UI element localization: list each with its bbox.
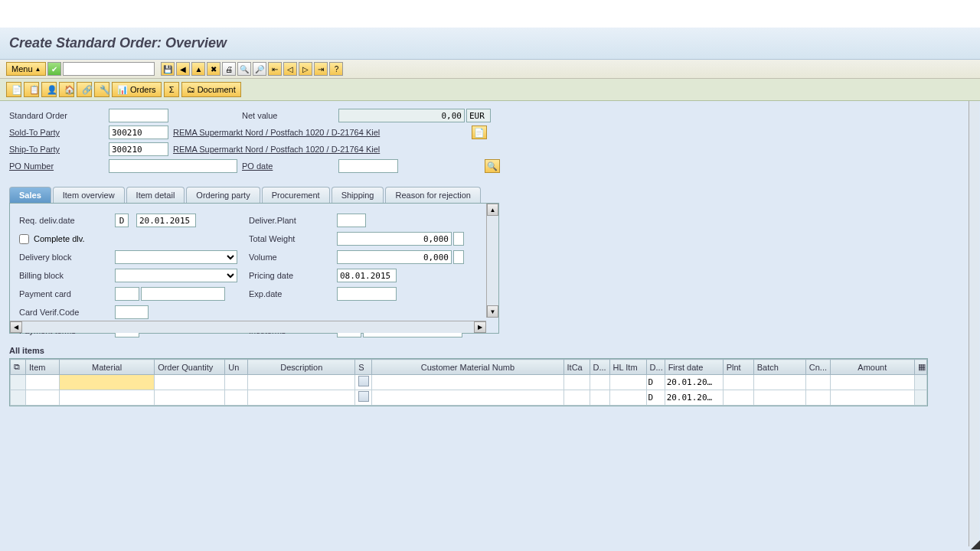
req-deliv-date[interactable] — [136, 214, 196, 227]
col-material[interactable]: Material — [60, 360, 155, 375]
display-icon[interactable]: 📄 — [6, 82, 21, 97]
menu-button[interactable]: Menu▲ — [6, 62, 46, 76]
system-toolbar: Menu▲ ✔ 💾 ◀ ▲ ✖ 🖨 🔍 🔎 ⇤ ◁ ▷ ⇥ ? — [0, 60, 980, 79]
org-icon[interactable]: 🏠 — [59, 82, 74, 97]
col-select[interactable]: ⧉ — [11, 360, 26, 375]
header-icon[interactable]: 📋 — [24, 82, 39, 97]
save-icon[interactable]: 💾 — [161, 62, 175, 76]
table-row[interactable]: D 20.01.20… — [11, 375, 927, 390]
link-icon[interactable]: 🔗 — [77, 82, 92, 97]
payment-card-number[interactable] — [141, 287, 225, 301]
find-next-icon[interactable]: 🔎 — [253, 62, 266, 76]
tab-ordering-party[interactable]: Ordering party — [186, 187, 260, 203]
tab-procurement[interactable]: Procurement — [262, 187, 330, 203]
help-icon[interactable]: ? — [329, 62, 343, 76]
payment-card-label: Payment card — [19, 289, 115, 298]
enter-button[interactable]: ✔ — [47, 62, 61, 76]
tab-reason-rejection[interactable]: Reason for rejection — [385, 187, 480, 203]
find-icon[interactable]: 🔍 — [237, 62, 251, 76]
delivery-block-label: Delivery block — [19, 253, 115, 262]
tab-shipping[interactable]: Shipping — [332, 187, 384, 203]
col-firstdate[interactable]: First date — [665, 360, 723, 375]
next-page-icon[interactable]: ▷ — [299, 62, 312, 76]
po-number-input[interactable] — [109, 159, 237, 173]
delivery-block-select[interactable] — [115, 250, 237, 264]
document-button[interactable]: 🗂 Document — [181, 82, 241, 97]
col-d2[interactable]: D... — [646, 360, 665, 375]
deliver-plant-input[interactable] — [337, 214, 366, 227]
card-verif-input[interactable] — [115, 305, 149, 319]
col-un[interactable]: Un — [225, 360, 248, 375]
tab-item-overview[interactable]: Item overview — [53, 187, 125, 203]
req-deliv-type[interactable] — [115, 214, 129, 227]
sum-icon[interactable]: Σ — [164, 82, 179, 97]
config-icon[interactable]: 🔧 — [94, 82, 109, 97]
orders-button[interactable]: 📊 Orders — [112, 82, 162, 97]
col-batch[interactable]: Batch — [753, 360, 805, 375]
col-plnt[interactable]: Plnt — [723, 360, 753, 375]
volume-field — [337, 250, 452, 264]
table-row[interactable]: D 20.01.20… — [11, 390, 927, 406]
pricing-date-input[interactable] — [337, 269, 397, 282]
total-weight-label: Total Weight — [249, 234, 337, 243]
scroll-left-icon[interactable]: ◀ — [10, 321, 22, 333]
total-weight-unit[interactable] — [453, 232, 464, 246]
col-hlitm[interactable]: HL Itm — [609, 360, 646, 375]
tabstrip: Sales Item overview Item detail Ordering… — [9, 187, 499, 204]
po-date-input[interactable] — [338, 159, 398, 173]
col-d1[interactable]: D... — [590, 360, 609, 375]
ship-to-label: Ship-To Party — [9, 145, 109, 154]
row-checkbox[interactable] — [358, 391, 369, 402]
cancel-icon[interactable]: ✖ — [207, 62, 220, 76]
volume-label: Volume — [249, 253, 337, 262]
net-value-label: Net value — [242, 111, 338, 120]
col-amount[interactable]: Amount — [830, 360, 914, 375]
partner-icon[interactable]: 👤 — [41, 82, 57, 97]
command-field[interactable] — [63, 62, 155, 76]
standard-order-input[interactable] — [109, 109, 168, 122]
scroll-right-icon[interactable]: ▶ — [474, 321, 486, 333]
col-desc[interactable]: Description — [248, 360, 355, 375]
tab-item-detail[interactable]: Item detail — [126, 187, 185, 203]
title-bar: Create Standard Order: Overview — [0, 28, 980, 60]
sold-to-label: Sold-To Party — [9, 128, 109, 137]
scroll-up-icon[interactable]: ▲ — [487, 204, 498, 216]
partner-search-icon[interactable]: 📄 — [472, 126, 487, 139]
col-item[interactable]: Item — [26, 360, 60, 375]
tab-vscroll[interactable]: ▲ ▼ — [486, 204, 498, 318]
last-page-icon[interactable]: ⇥ — [314, 62, 328, 76]
tab-sales[interactable]: Sales — [9, 187, 51, 203]
tab-hscroll[interactable]: ◀ ▶ — [10, 321, 486, 333]
exp-date-input[interactable] — [337, 287, 397, 301]
first-page-icon[interactable]: ⇤ — [268, 62, 282, 76]
po-search-icon[interactable]: 🔍 — [485, 159, 500, 173]
sold-to-text: REMA Supermarkt Nord / Postfach 1020 / D… — [173, 128, 472, 137]
col-custmat[interactable]: Customer Material Numb — [372, 360, 564, 375]
sold-to-input[interactable] — [109, 126, 168, 139]
print-icon[interactable]: 🖨 — [222, 62, 236, 76]
exp-date-label: Exp.date — [249, 289, 337, 298]
currency-field — [466, 109, 491, 122]
back-icon[interactable]: ◀ — [176, 62, 190, 76]
ship-to-input[interactable] — [109, 142, 168, 156]
col-itca[interactable]: ItCa — [564, 360, 590, 375]
volume-unit[interactable] — [453, 250, 464, 264]
items-grid[interactable]: ⧉ Item Material Order Quantity Un Descri… — [9, 358, 928, 406]
sales-tab-pane: Req. deliv.date Complete dlv. Delivery b… — [9, 204, 499, 334]
deliver-plant-label: Deliver.Plant — [249, 216, 337, 225]
col-s[interactable]: S — [355, 360, 372, 375]
exit-icon[interactable]: ▲ — [191, 62, 205, 76]
col-config-icon[interactable]: ▦ — [914, 360, 926, 375]
prev-page-icon[interactable]: ◁ — [283, 62, 297, 76]
total-weight-field — [337, 232, 452, 246]
col-cn[interactable]: Cn... — [805, 360, 830, 375]
scroll-down-icon[interactable]: ▼ — [487, 305, 498, 318]
payment-card-type[interactable] — [115, 287, 139, 301]
col-qty[interactable]: Order Quantity — [155, 360, 225, 375]
application-toolbar: 📄 📋 👤 🏠 🔗 🔧 📊 Orders Σ 🗂 Document — [0, 79, 980, 101]
billing-block-select[interactable] — [115, 269, 237, 282]
resize-handle-icon[interactable] — [971, 540, 980, 549]
row-checkbox[interactable] — [358, 376, 369, 386]
complete-dlv-checkbox[interactable] — [19, 234, 29, 244]
page-vscroll[interactable] — [969, 101, 979, 546]
